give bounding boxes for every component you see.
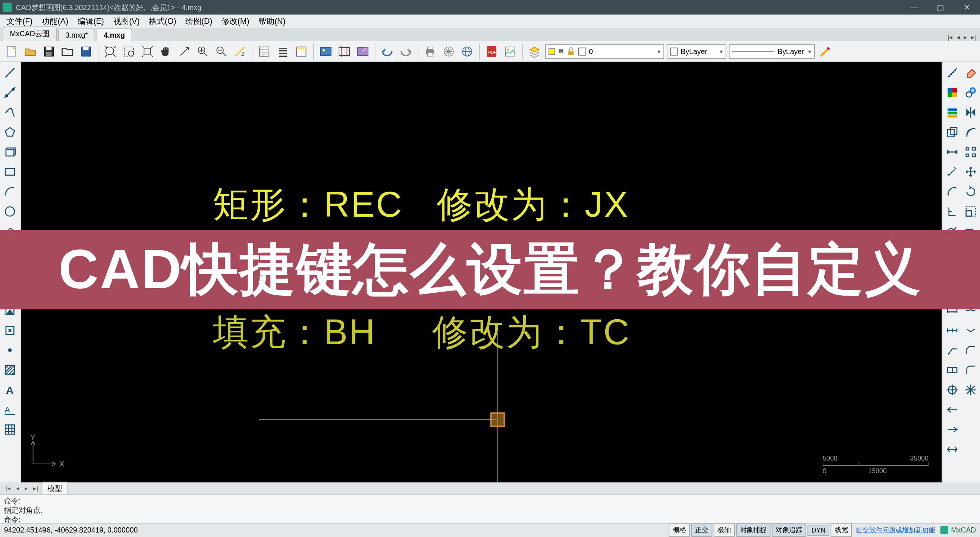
dim-aligned-tool[interactable] [944, 164, 960, 180]
mirror-tool[interactable] [963, 105, 979, 121]
redo-button[interactable] [398, 43, 414, 59]
rotate-tool[interactable] [963, 184, 979, 200]
scale-tool[interactable] [963, 203, 979, 220]
mtext-tool[interactable]: A [2, 402, 18, 418]
web-button[interactable] [460, 43, 476, 59]
chamfer-tool[interactable] [963, 342, 979, 358]
tab-first-button[interactable]: |◂ [946, 33, 954, 41]
pan-button[interactable] [158, 43, 174, 59]
doc-tab-cloud[interactable]: MxCAD云图 [3, 27, 57, 41]
undo-button[interactable] [379, 43, 395, 59]
color-tool[interactable] [944, 85, 960, 101]
point-tool[interactable] [2, 342, 18, 358]
leader-tool[interactable] [944, 342, 960, 358]
print-button[interactable] [422, 43, 438, 59]
layout-next-button[interactable]: ▸ [23, 485, 30, 492]
explode-tool[interactable] [963, 382, 979, 398]
ortho-toggle[interactable]: 正交 [691, 524, 713, 537]
layout-first-button[interactable]: |◂ [4, 485, 13, 492]
properties-button[interactable] [256, 43, 273, 59]
new-button[interactable] [4, 43, 20, 59]
tab-next-button[interactable]: ▸ [963, 33, 969, 41]
menu-modify[interactable]: 修改(M) [218, 14, 254, 28]
layout-last-button[interactable]: ▸| [31, 485, 40, 492]
polyline-tool[interactable] [2, 105, 18, 121]
menu-edit[interactable]: 编辑(E) [73, 14, 108, 28]
dim-continue-tool[interactable] [944, 323, 960, 338]
grid-toggle[interactable]: 栅格 [669, 524, 690, 537]
move-tool[interactable] [963, 164, 979, 180]
plot-preview-button[interactable] [441, 43, 457, 59]
menu-view[interactable]: 视图(V) [109, 14, 143, 28]
feedback-link[interactable]: 提交软件问题或增加新功能 [856, 526, 935, 535]
polar-toggle[interactable]: 极轴 [714, 524, 735, 537]
menu-draw[interactable]: 绘图(D) [181, 14, 216, 28]
save-as-button[interactable] [78, 43, 94, 59]
center-mark-tool[interactable] [944, 382, 960, 398]
layer-manager-button[interactable] [293, 43, 310, 59]
maximize-button[interactable]: ▢ [927, 0, 953, 14]
array-tool[interactable] [963, 144, 979, 160]
layout-prev-button[interactable]: ◂ [14, 485, 21, 492]
measure-tool[interactable] [944, 65, 960, 81]
zoom-window-button[interactable] [121, 43, 137, 59]
list-button[interactable] [275, 43, 291, 59]
xline-tool[interactable] [2, 85, 18, 101]
zoom-previous-button[interactable] [177, 43, 192, 59]
doc-tab-4[interactable]: 4.mxg [97, 29, 132, 41]
line-tool[interactable] [2, 65, 18, 81]
menu-help[interactable]: 帮助(N) [255, 14, 290, 28]
layers-tool[interactable] [944, 105, 960, 121]
zoom-out-button[interactable] [213, 43, 229, 59]
rectangle2-tool[interactable] [2, 164, 18, 180]
menu-function[interactable]: 功能(A) [38, 14, 72, 28]
copy2-tool[interactable] [963, 85, 979, 101]
tab-prev-button[interactable]: ◂ [955, 33, 961, 41]
hatch-tool[interactable] [2, 362, 18, 378]
rectangle-tool[interactable] [2, 144, 18, 160]
polygon-tool[interactable] [2, 124, 18, 140]
arc-tool[interactable] [2, 184, 18, 200]
pdf-button[interactable]: PDF [484, 43, 500, 59]
otrack-toggle[interactable]: 对象追踪 [772, 524, 806, 537]
join-tool[interactable] [963, 323, 979, 338]
zoom-all-button[interactable] [140, 43, 156, 59]
open-folder-button[interactable] [59, 43, 75, 59]
image-clip-button[interactable] [336, 43, 352, 59]
model-tab[interactable]: 模型 [41, 481, 68, 495]
block-tool[interactable] [2, 323, 18, 338]
tolerance-tool[interactable] [944, 362, 960, 378]
color-combo[interactable]: ByLayer [667, 44, 726, 59]
image-button[interactable] [318, 43, 334, 59]
dim-arc-tool[interactable] [944, 184, 960, 200]
table-tool[interactable] [2, 422, 18, 438]
close-button[interactable]: ✕ [953, 0, 980, 14]
image-adjust-button[interactable] [355, 43, 371, 59]
fillet-tool[interactable] [963, 362, 979, 378]
dim-edit-tool[interactable] [944, 402, 960, 418]
lineweight-toggle[interactable]: 线宽 [831, 524, 852, 537]
menu-file[interactable]: 文件(F) [3, 14, 37, 28]
erase-tool[interactable] [963, 65, 979, 81]
copy-tool[interactable] [944, 124, 960, 140]
doc-tab-3[interactable]: 3.mxg* [58, 29, 95, 41]
menu-format[interactable]: 格式(O) [145, 14, 180, 28]
save-button[interactable] [41, 43, 57, 59]
lineweight-button[interactable] [818, 43, 834, 59]
offset-tool[interactable] [963, 124, 979, 140]
export-image-button[interactable] [502, 43, 518, 59]
zoom-extents-button[interactable] [103, 43, 119, 59]
minimize-button[interactable]: — [900, 0, 927, 14]
command-line[interactable]: 命令: 指定对角点: 命令: [0, 494, 980, 524]
dim-linear-tool[interactable] [944, 144, 960, 160]
zoom-scale-button[interactable]: 2 [232, 43, 248, 59]
dim-text-edit-tool[interactable] [944, 422, 960, 438]
open-button[interactable] [22, 43, 38, 59]
linetype-combo[interactable]: ByLayer [729, 44, 815, 59]
osnap-toggle[interactable]: 对象捕捉 [736, 524, 770, 537]
zoom-realtime-button[interactable] [195, 43, 211, 59]
text-tool[interactable]: A [2, 382, 18, 398]
tab-last-button[interactable]: ▸| [970, 33, 977, 41]
dim-update-tool[interactable] [944, 442, 960, 458]
layer-stack-button[interactable] [527, 43, 542, 59]
